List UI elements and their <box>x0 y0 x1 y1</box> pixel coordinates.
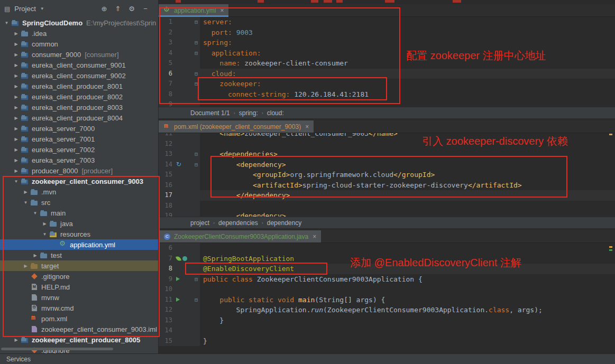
tree-item-zookeeper-client-consumer-9003[interactable]: ▼zookeeper_client_consumer_9003 <box>0 176 158 186</box>
chevron-right-icon[interactable]: ▶ <box>12 169 21 173</box>
chevron-right-icon[interactable]: ▶ <box>12 73 21 78</box>
code-line-6[interactable]: 6 <box>159 243 615 254</box>
code-line-5[interactable]: 5 name: zookeeper-client-consumer <box>159 58 615 69</box>
fold-marker-icon[interactable]: ⊟ <box>192 79 200 89</box>
fold-marker-icon[interactable]: ⊟ <box>192 17 200 27</box>
code-line-2[interactable]: 2 port: 9003 <box>159 27 615 38</box>
tree-item-zookeeper-client-consumer-9003.iml[interactable]: zookeeper_client_consumer_9003.iml <box>0 324 158 334</box>
code-line-17[interactable]: 17 </dependency> <box>159 190 615 201</box>
spring-leaf-icon[interactable] <box>176 256 181 262</box>
code-line-6[interactable]: 6⊟ cloud: <box>159 69 615 79</box>
run-icon[interactable] <box>176 297 180 302</box>
chevron-right-icon[interactable]: ▶ <box>21 264 30 268</box>
code-line-4[interactable]: 4⊟ application: <box>159 48 615 59</box>
tree-item-eureka-client-producer-8003[interactable]: ▶eureka_client_producer_8003 <box>0 102 158 113</box>
editor-2-code[interactable]: 11 <name>zookeeper_client_consumer_9003<… <box>159 133 615 217</box>
tree-item-consumer-9000[interactable]: ▶consumer_9000[consumer] <box>0 49 158 60</box>
close-icon[interactable]: × <box>313 233 316 240</box>
locate-file-icon[interactable]: ⊕ <box>99 5 109 13</box>
chevron-right-icon[interactable]: ▶ <box>12 137 21 142</box>
tab-application-yml[interactable]: application.yml × <box>159 4 228 16</box>
code-line-13[interactable]: 13⊟ <dependencies> <box>159 149 615 160</box>
editor-3-code[interactable]: 67@SpringBootApplication8@EnableDiscover… <box>159 243 615 353</box>
settings-gear-icon[interactable]: ⚙ <box>126 5 137 13</box>
code-line-3[interactable]: 3⊟spring: <box>159 38 615 48</box>
chevron-right-icon[interactable]: ▶ <box>12 338 21 342</box>
fold-marker-icon[interactable]: ⊟ <box>192 38 200 48</box>
chevron-right-icon[interactable]: ▶ <box>12 147 21 152</box>
code-line-12[interactable]: 12 <box>159 139 615 150</box>
code-line-16[interactable]: 16 <artifactId>spring-cloud-starter-zook… <box>159 180 615 191</box>
code-line-14[interactable]: 14 <box>159 325 615 336</box>
maven-sync-icon[interactable]: ↻ <box>176 161 181 167</box>
breadcrumb-item[interactable]: dependencies <box>218 219 258 227</box>
code-line-7[interactable]: 7⊟ zookeeper: <box>159 79 615 89</box>
chevron-down-icon[interactable]: ▼ <box>21 200 30 205</box>
tree-item-eureka-server-7002[interactable]: ▶eureka_server_7002 <box>0 144 158 155</box>
services-toolwindow-button[interactable]: Services <box>6 356 31 363</box>
fold-marker-icon[interactable]: ⊟ <box>192 295 200 305</box>
tree-item-zookeeper-client-producer-8005[interactable]: ▶zookeeper_client_producer_8005 <box>0 334 158 345</box>
code-line-15[interactable]: 15 <groupId>org.springframework.cloud</g… <box>159 170 615 180</box>
tree-item-eureka-client-consumer-9001[interactable]: ▶eureka_client_consumer_9001 <box>0 60 158 70</box>
tree-item-eureka-client-consumer-9002[interactable]: ▶eureka_client_consumer_9002 <box>0 70 158 81</box>
tree-item-springclouddemo[interactable]: ▼SpringCloudDemoE:\myProject\test\Sprin <box>0 17 158 28</box>
code-line-8[interactable]: 8@EnableDiscoveryClient <box>159 264 615 274</box>
chevron-right-icon[interactable]: ▶ <box>12 126 21 131</box>
tree-item-eureka-client-producer-8004[interactable]: ▶eureka_client_producer_8004 <box>0 113 158 123</box>
code-line-13[interactable]: 13 } <box>159 315 615 326</box>
tree-item-.idea[interactable]: ▶.idea <box>0 28 158 39</box>
chevron-down-icon[interactable]: ▼ <box>12 179 21 184</box>
tree-item-eureka-client-producer-8002[interactable]: ▶eureka_client_producer_8002 <box>0 91 158 102</box>
chevron-down-icon[interactable]: ▼ <box>31 211 40 216</box>
code-line-19[interactable]: 19 <dependency> <box>159 211 615 217</box>
chevron-right-icon[interactable]: ▶ <box>12 95 21 99</box>
code-line-9[interactable]: 9 <box>159 99 615 107</box>
chevron-down-icon[interactable]: ▼ <box>40 232 49 237</box>
tree-item-eureka-server-7003[interactable]: ▶eureka_server_7003 <box>0 155 158 165</box>
chevron-right-icon[interactable]: ▶ <box>31 253 40 258</box>
tree-item-main[interactable]: ▼main <box>0 208 158 218</box>
tree-item-pom.xml[interactable]: pom.xml <box>0 313 158 324</box>
tree-item-.mvn[interactable]: ▶.mvn <box>0 186 158 197</box>
fold-marker-icon[interactable]: ⊟ <box>192 274 200 285</box>
tree-item-eureka-client-producer-8001[interactable]: ▶eureka_client_producer_8001 <box>0 81 158 91</box>
breadcrumb-item[interactable]: spring: <box>239 109 258 117</box>
code-line-11[interactable]: 11 <name>zookeeper_client_consumer_9003<… <box>159 133 615 139</box>
spring-bean-icon[interactable] <box>182 256 187 261</box>
tree-item-common[interactable]: ▶common <box>0 39 158 49</box>
tree-item-src[interactable]: ▼src <box>0 197 158 208</box>
chevron-down-icon[interactable]: ▼ <box>2 21 11 25</box>
tree-item-producer-8000[interactable]: ▶producer_8000[producer] <box>0 165 158 176</box>
tree-item-mvnw[interactable]: mvnw <box>0 292 158 303</box>
close-icon[interactable]: × <box>305 123 309 130</box>
code-line-11[interactable]: 11⊟ public static void main(String[] arg… <box>159 295 615 305</box>
breadcrumb-item[interactable]: dependency <box>267 219 301 227</box>
code-line-9[interactable]: 9⊟public class ZookeeperClientConsumer90… <box>159 274 615 285</box>
tree-item-application.yml[interactable]: application.yml <box>0 239 158 250</box>
chevron-right-icon[interactable]: ▶ <box>12 158 21 163</box>
hide-panel-icon[interactable]: − <box>140 5 151 13</box>
chevron-right-icon[interactable]: ▶ <box>12 52 21 57</box>
code-line-15[interactable]: 15} <box>159 336 615 347</box>
fold-marker-icon[interactable]: ⊟ <box>192 149 200 160</box>
tree-item-eureka-server-7000[interactable]: ▶eureka_server_7000 <box>0 123 158 134</box>
fold-marker-icon[interactable]: ⊟ <box>192 69 200 79</box>
code-line-10[interactable]: 10 <box>159 284 615 295</box>
project-toolbar-title[interactable]: Project <box>14 5 35 13</box>
breadcrumb-item[interactable]: project <box>190 219 209 227</box>
run-icon[interactable] <box>176 277 180 281</box>
collapse-all-icon[interactable]: ⇑ <box>113 5 123 13</box>
code-line-18[interactable]: 18 <box>159 201 615 211</box>
tree-item-mvnw.cmd[interactable]: mvnw.cmd <box>0 303 158 313</box>
tree-horizontal-scrollbar[interactable] <box>1 348 113 350</box>
chevron-right-icon[interactable]: ▶ <box>12 116 21 120</box>
chevron-right-icon[interactable]: ▶ <box>21 190 30 194</box>
chevron-down-icon[interactable]: ▼ <box>40 6 44 11</box>
close-icon[interactable]: × <box>220 7 224 14</box>
code-line-14[interactable]: 14↻⊟ <dependency> <box>159 160 615 170</box>
breadcrumb-item[interactable]: Document 1/1 <box>190 109 230 117</box>
chevron-right-icon[interactable]: ▶ <box>12 42 21 46</box>
tab-application-java[interactable]: ZookeeperClientConsumer9003Application.j… <box>159 230 321 242</box>
tree-item-resources[interactable]: ▼resources <box>0 229 158 239</box>
